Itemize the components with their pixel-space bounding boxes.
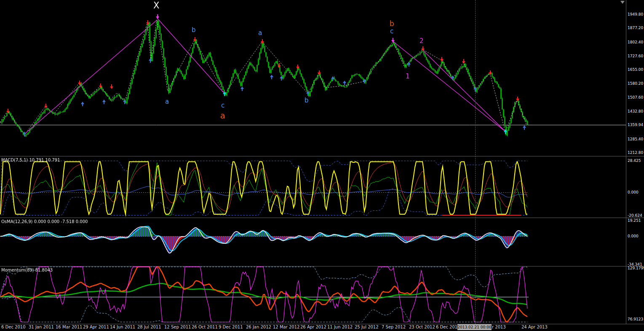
wave-label[interactable]: c [390,28,393,35]
sell-arrow[interactable] [261,39,265,44]
sell-arrow[interactable] [99,83,103,88]
panel-separator[interactable] [0,218,644,218]
time-axis-label: 26 Oct 2011 [192,325,218,329]
wave-label[interactable]: b [305,97,309,104]
price-scale-label: 1507.60 [628,95,643,100]
price-scale-label: 0.000 [628,190,639,194]
panel-separator[interactable] [0,266,644,266]
sell-arrow[interactable] [44,104,48,108]
time-axis-label: 11 Jun 2012 [327,325,353,329]
buy-arrow[interactable] [523,125,526,130]
price-scale-label: 19.251 [628,218,641,223]
buy-arrow[interactable] [240,86,244,91]
buy-arrow[interactable] [280,76,283,81]
time-axis-label: 24 Apr 2013 [521,325,548,329]
sell-arrow[interactable] [440,57,444,62]
time-axis-label: 26 Apr 2012 [300,325,326,329]
time-axis[interactable]: 6 Dec 201031 Jan 201116 Mar 201129 Apr 2… [0,324,626,331]
wave-label[interactable]: a [220,112,225,120]
time-axis-label: 16 Mar 2011 [56,325,82,329]
crosshair-vline [475,0,476,324]
buy-arrow[interactable] [343,81,347,85]
wave-label[interactable]: a [258,30,262,36]
wave-label[interactable]: b [390,20,394,27]
sell-arrow[interactable] [110,84,114,89]
buy-arrow[interactable] [102,100,106,104]
macd-panel-canvas[interactable] [0,156,626,218]
price-scale-label: 1727.60 [628,54,643,58]
buy-arrow[interactable] [23,132,27,136]
wave-label[interactable]: b [192,27,196,33]
sell-arrow[interactable] [296,65,300,69]
buy-arrow[interactable] [331,76,335,81]
time-axis-label: 6 Dec 2012 [436,325,460,329]
price-scale-label: 1949.80 [628,12,643,16]
time-axis-label: 7 Sep 2012 [382,325,406,329]
time-axis-label: 29 Apr 2011 [83,325,109,329]
zigzag-peak-arrow[interactable] [391,38,395,43]
buy-arrow[interactable] [451,75,455,80]
price-scale-label: 76.9123 [628,317,643,321]
wave-label[interactable]: X [153,1,159,10]
wave-label[interactable]: a [165,99,169,105]
price-scale-label: 1212.80 [628,151,643,155]
buy-arrow[interactable] [270,75,274,79]
sell-arrow[interactable] [278,63,281,68]
crosshair-date-box: 2013.02.21 00:00 [457,324,492,330]
chart-shift-marker-icon[interactable] [620,1,625,4]
chart-window: MACD(7,5,1) 10.791 10.791 OsMA(12,26,9) … [0,0,644,331]
macd-indicator-label: MACD(7,5,1) 10.791 10.791 [1,158,60,162]
buy-arrow[interactable] [123,100,127,104]
momentum-indicator-label: Momentum(89) 81.8043 [1,268,53,272]
sell-arrow[interactable] [146,20,150,25]
sell-arrow[interactable] [516,97,520,101]
buy-arrow[interactable] [306,91,310,96]
panel-separator[interactable] [0,156,644,156]
zigzag-peak-arrow[interactable] [156,14,160,19]
time-axis-label: 28 Jul 2011 [137,325,161,329]
time-axis-label: 9 Dec 2011 [219,325,243,329]
wave-label[interactable]: 1 [406,73,410,80]
time-axis-label: 25 Jul 2012 [355,325,379,329]
sell-arrow[interactable] [318,70,321,75]
buy-arrow[interactable] [473,87,477,91]
time-axis-label: 12 Mar 2012 [273,325,299,329]
buy-arrow[interactable] [149,58,152,63]
price-chart-canvas[interactable] [0,0,626,156]
buy-arrow[interactable] [81,102,85,106]
sell-arrow[interactable] [489,70,492,75]
momentum-panel-canvas[interactable] [0,266,626,324]
price-scale-label: -20.624 [628,213,642,218]
price-scale-label: 1580.20 [628,81,643,86]
zigzag-trough-arrow[interactable] [504,129,508,134]
price-scale-label: 0.000 [628,234,639,238]
price-scale-label: 129.1799 [628,266,644,270]
sell-arrow[interactable] [462,59,466,64]
time-axis-label: 31 Jan 2011 [29,325,54,329]
price-scale-label: 1285.40 [628,137,643,141]
buy-arrow[interactable] [407,62,411,67]
price-scale[interactable]: 1949.801877.201802.401727.601655.001580.… [626,0,644,331]
price-scale-label: 1359.94 [628,123,643,127]
buy-arrow[interactable] [363,79,366,83]
osma-panel-canvas[interactable] [0,218,626,266]
wave-label[interactable]: 2 [420,38,424,44]
sell-arrow[interactable] [193,37,197,42]
time-axis-label: 23 Oct 2012 [409,325,435,329]
time-axis-label: 12 Sep 2011 [164,325,191,329]
sell-arrow[interactable] [421,46,425,51]
price-scale-label: 1877.20 [628,26,643,30]
price-scale-label: 1655.00 [628,67,643,72]
osma-indicator-label: OsMA(12,26,9) 0.000 0.000 -7.518 0.000 [1,219,88,224]
wave-label[interactable]: c [221,102,224,109]
time-axis-label: 14 Jun 2011 [110,325,135,329]
time-axis-label: 6 Dec 2010 [1,325,26,329]
sell-arrow[interactable] [6,109,10,113]
price-scale-label: 28.425 [628,159,641,163]
zigzag-trough-arrow[interactable] [223,91,227,96]
price-scale-label: 1802.40 [628,40,643,44]
price-scale-label: 1432.80 [628,109,643,113]
sell-arrow[interactable] [78,81,82,85]
time-axis-label: 26 Jan 2012 [246,325,271,329]
time-axis-label: r 2013 [492,325,506,329]
